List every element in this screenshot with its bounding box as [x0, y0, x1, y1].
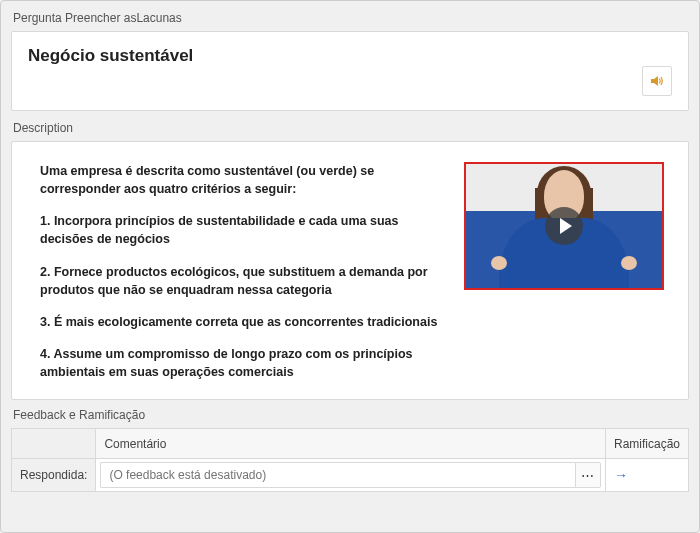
description-label: Description	[13, 121, 689, 135]
question-type-label: Pergunta Preencher asLacunas	[13, 11, 689, 25]
feedback-input[interactable]	[100, 462, 575, 488]
feedback-section: Feedback e Ramificação Comentário Ramifi…	[11, 408, 689, 492]
desc-paragraph: 4. Assume um compromisso de longo prazo …	[40, 345, 440, 381]
col-ramification: Ramificação	[605, 429, 688, 459]
more-button[interactable]: ⋯	[575, 462, 601, 488]
feedback-label: Feedback e Ramificação	[13, 408, 689, 422]
audio-button[interactable]	[642, 66, 672, 96]
desc-paragraph: 1. Incorpora princípios de sustentabilid…	[40, 212, 440, 248]
question-panel: Pergunta Preencher asLacunas Negócio sus…	[0, 0, 700, 533]
ramification-cell: →	[605, 459, 688, 492]
description-text: Uma empresa é descrita como sustentável …	[40, 162, 440, 381]
question-title: Negócio sustentável	[28, 46, 193, 66]
col-blank	[12, 429, 96, 459]
table-header-row: Comentário Ramificação	[12, 429, 689, 459]
comment-cell: ⋯	[96, 459, 606, 492]
title-card: Negócio sustentável	[11, 31, 689, 111]
table-row: Respondida: ⋯ →	[12, 459, 689, 492]
play-icon	[545, 207, 583, 245]
video-thumbnail[interactable]	[464, 162, 664, 290]
desc-paragraph: 2. Fornece productos ecológicos, que sub…	[40, 263, 440, 299]
desc-paragraph: 3. É mais ecologicamente correta que as …	[40, 313, 440, 331]
description-card: Uma empresa é descrita como sustentável …	[11, 141, 689, 400]
feedback-table: Comentário Ramificação Respondida: ⋯ →	[11, 428, 689, 492]
desc-paragraph: Uma empresa é descrita como sustentável …	[40, 162, 440, 198]
ramification-arrow-icon[interactable]: →	[614, 467, 628, 483]
speaker-icon	[649, 73, 665, 89]
row-label-answered: Respondida:	[12, 459, 96, 492]
col-comment: Comentário	[96, 429, 606, 459]
